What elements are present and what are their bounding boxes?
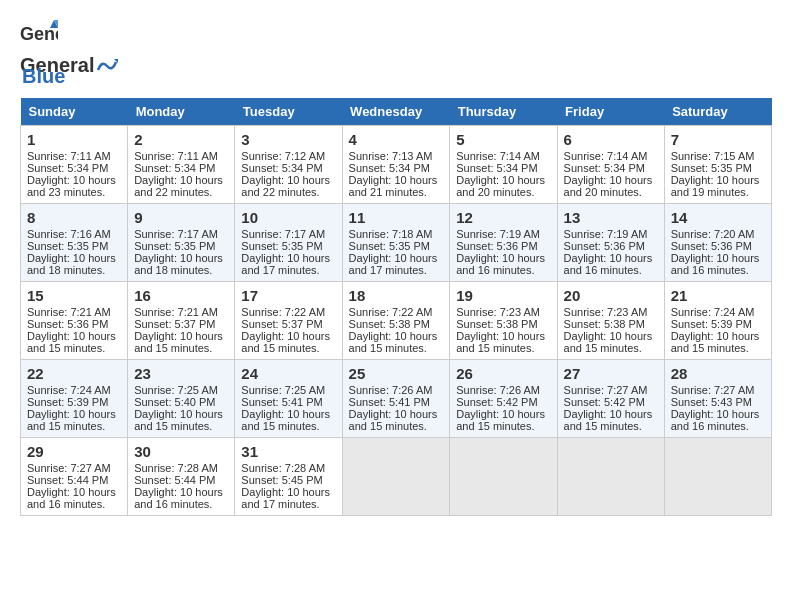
day-number: 8 [27, 209, 121, 226]
sunrise-label: Sunrise: 7:16 AM [27, 228, 111, 240]
day-number: 25 [349, 365, 444, 382]
calendar-cell [450, 438, 557, 516]
daylight-label: Daylight: 10 hours and 16 minutes. [671, 408, 760, 432]
calendar-cell: 31 Sunrise: 7:28 AM Sunset: 5:45 PM Dayl… [235, 438, 342, 516]
calendar-cell [342, 438, 450, 516]
day-header-wednesday: Wednesday [342, 98, 450, 126]
week-row-4: 22 Sunrise: 7:24 AM Sunset: 5:39 PM Dayl… [21, 360, 772, 438]
sunrise-label: Sunrise: 7:23 AM [456, 306, 540, 318]
sunrise-label: Sunrise: 7:21 AM [27, 306, 111, 318]
daylight-label: Daylight: 10 hours and 15 minutes. [27, 330, 116, 354]
day-number: 7 [671, 131, 765, 148]
day-header-tuesday: Tuesday [235, 98, 342, 126]
sunrise-label: Sunrise: 7:17 AM [134, 228, 218, 240]
daylight-label: Daylight: 10 hours and 15 minutes. [134, 330, 223, 354]
daylight-label: Daylight: 10 hours and 15 minutes. [671, 330, 760, 354]
page-header: General General Blue [20, 20, 772, 88]
daylight-label: Daylight: 10 hours and 16 minutes. [671, 252, 760, 276]
sunrise-label: Sunrise: 7:11 AM [27, 150, 111, 162]
day-number: 27 [564, 365, 658, 382]
daylight-label: Daylight: 10 hours and 16 minutes. [27, 486, 116, 510]
day-number: 30 [134, 443, 228, 460]
sunset-label: Sunset: 5:35 PM [241, 240, 322, 252]
calendar-cell: 12 Sunrise: 7:19 AM Sunset: 5:36 PM Dayl… [450, 204, 557, 282]
sunset-label: Sunset: 5:42 PM [456, 396, 537, 408]
sunrise-label: Sunrise: 7:25 AM [241, 384, 325, 396]
daylight-label: Daylight: 10 hours and 16 minutes. [564, 252, 653, 276]
day-number: 4 [349, 131, 444, 148]
day-number: 14 [671, 209, 765, 226]
sunrise-label: Sunrise: 7:19 AM [456, 228, 540, 240]
sunrise-label: Sunrise: 7:12 AM [241, 150, 325, 162]
daylight-label: Daylight: 10 hours and 23 minutes. [27, 174, 116, 198]
week-row-1: 1 Sunrise: 7:11 AM Sunset: 5:34 PM Dayli… [21, 126, 772, 204]
day-header-monday: Monday [128, 98, 235, 126]
daylight-label: Daylight: 10 hours and 16 minutes. [456, 252, 545, 276]
day-header-thursday: Thursday [450, 98, 557, 126]
calendar-cell: 23 Sunrise: 7:25 AM Sunset: 5:40 PM Dayl… [128, 360, 235, 438]
sunrise-label: Sunrise: 7:22 AM [241, 306, 325, 318]
day-number: 1 [27, 131, 121, 148]
daylight-label: Daylight: 10 hours and 15 minutes. [456, 408, 545, 432]
sunset-label: Sunset: 5:35 PM [27, 240, 108, 252]
sunrise-label: Sunrise: 7:24 AM [671, 306, 755, 318]
calendar-cell: 8 Sunrise: 7:16 AM Sunset: 5:35 PM Dayli… [21, 204, 128, 282]
calendar-cell [664, 438, 771, 516]
sunset-label: Sunset: 5:35 PM [349, 240, 430, 252]
day-number: 18 [349, 287, 444, 304]
daylight-label: Daylight: 10 hours and 15 minutes. [349, 330, 438, 354]
header-row: SundayMondayTuesdayWednesdayThursdayFrid… [21, 98, 772, 126]
calendar-cell: 28 Sunrise: 7:27 AM Sunset: 5:43 PM Dayl… [664, 360, 771, 438]
calendar-table: SundayMondayTuesdayWednesdayThursdayFrid… [20, 98, 772, 516]
calendar-cell: 6 Sunrise: 7:14 AM Sunset: 5:34 PM Dayli… [557, 126, 664, 204]
sunrise-label: Sunrise: 7:25 AM [134, 384, 218, 396]
calendar-cell: 15 Sunrise: 7:21 AM Sunset: 5:36 PM Dayl… [21, 282, 128, 360]
sunrise-label: Sunrise: 7:28 AM [134, 462, 218, 474]
calendar-cell: 26 Sunrise: 7:26 AM Sunset: 5:42 PM Dayl… [450, 360, 557, 438]
day-number: 26 [456, 365, 550, 382]
week-row-2: 8 Sunrise: 7:16 AM Sunset: 5:35 PM Dayli… [21, 204, 772, 282]
calendar-cell: 11 Sunrise: 7:18 AM Sunset: 5:35 PM Dayl… [342, 204, 450, 282]
day-number: 20 [564, 287, 658, 304]
week-row-5: 29 Sunrise: 7:27 AM Sunset: 5:44 PM Dayl… [21, 438, 772, 516]
sunrise-label: Sunrise: 7:23 AM [564, 306, 648, 318]
calendar-cell: 22 Sunrise: 7:24 AM Sunset: 5:39 PM Dayl… [21, 360, 128, 438]
day-number: 2 [134, 131, 228, 148]
daylight-label: Daylight: 10 hours and 15 minutes. [134, 408, 223, 432]
logo-blue: Blue [22, 65, 65, 88]
sunset-label: Sunset: 5:37 PM [241, 318, 322, 330]
sunset-label: Sunset: 5:45 PM [241, 474, 322, 486]
calendar-cell: 30 Sunrise: 7:28 AM Sunset: 5:44 PM Dayl… [128, 438, 235, 516]
daylight-label: Daylight: 10 hours and 18 minutes. [27, 252, 116, 276]
day-header-friday: Friday [557, 98, 664, 126]
daylight-label: Daylight: 10 hours and 22 minutes. [241, 174, 330, 198]
daylight-label: Daylight: 10 hours and 19 minutes. [671, 174, 760, 198]
daylight-label: Daylight: 10 hours and 17 minutes. [241, 486, 330, 510]
sunset-label: Sunset: 5:36 PM [456, 240, 537, 252]
sunset-label: Sunset: 5:38 PM [564, 318, 645, 330]
sunrise-label: Sunrise: 7:21 AM [134, 306, 218, 318]
day-header-saturday: Saturday [664, 98, 771, 126]
sunset-label: Sunset: 5:35 PM [671, 162, 752, 174]
day-number: 16 [134, 287, 228, 304]
calendar-cell: 3 Sunrise: 7:12 AM Sunset: 5:34 PM Dayli… [235, 126, 342, 204]
day-number: 13 [564, 209, 658, 226]
sunrise-label: Sunrise: 7:11 AM [134, 150, 218, 162]
sunrise-label: Sunrise: 7:27 AM [671, 384, 755, 396]
calendar-cell: 20 Sunrise: 7:23 AM Sunset: 5:38 PM Dayl… [557, 282, 664, 360]
calendar-cell: 2 Sunrise: 7:11 AM Sunset: 5:34 PM Dayli… [128, 126, 235, 204]
daylight-label: Daylight: 10 hours and 16 minutes. [134, 486, 223, 510]
sunset-label: Sunset: 5:36 PM [27, 318, 108, 330]
sunrise-label: Sunrise: 7:13 AM [349, 150, 433, 162]
sunrise-label: Sunrise: 7:22 AM [349, 306, 433, 318]
day-number: 21 [671, 287, 765, 304]
sunset-label: Sunset: 5:38 PM [456, 318, 537, 330]
day-number: 9 [134, 209, 228, 226]
sunrise-label: Sunrise: 7:19 AM [564, 228, 648, 240]
sunset-label: Sunset: 5:39 PM [27, 396, 108, 408]
daylight-label: Daylight: 10 hours and 15 minutes. [241, 408, 330, 432]
daylight-label: Daylight: 10 hours and 15 minutes. [564, 408, 653, 432]
sunset-label: Sunset: 5:36 PM [671, 240, 752, 252]
day-number: 15 [27, 287, 121, 304]
day-header-sunday: Sunday [21, 98, 128, 126]
